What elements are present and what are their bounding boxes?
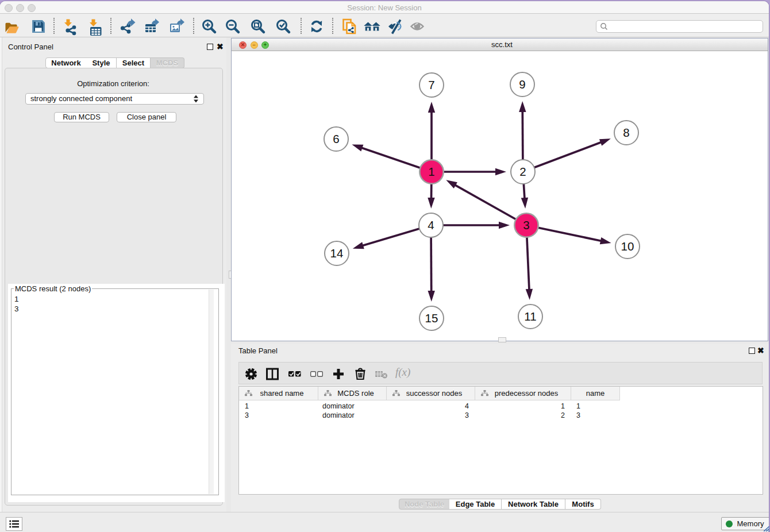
svg-text:10: 10	[621, 240, 634, 253]
svg-text:6: 6	[333, 132, 339, 145]
svg-text:9: 9	[519, 78, 525, 91]
svg-text:8: 8	[623, 126, 629, 139]
svg-text:1: 1	[428, 165, 434, 178]
svg-text:14: 14	[330, 246, 344, 260]
svg-text:7: 7	[428, 78, 434, 91]
svg-text:3: 3	[523, 218, 529, 232]
svg-text:11: 11	[524, 310, 536, 323]
svg-text:15: 15	[425, 311, 438, 325]
svg-text:2: 2	[519, 165, 526, 178]
svg-text:4: 4	[428, 218, 434, 232]
